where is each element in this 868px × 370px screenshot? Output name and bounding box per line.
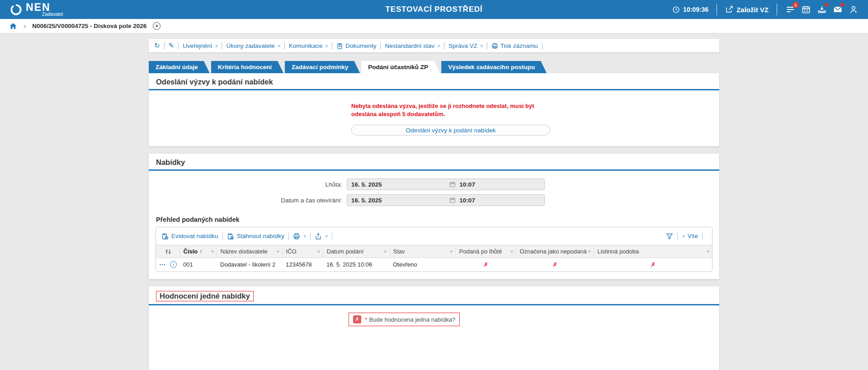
menu-uverejneni[interactable]: Uveřejnění ▿ — [183, 42, 217, 49]
edit-button[interactable]: ✎ — [169, 42, 175, 50]
button-label: Evidovat nabídku — [171, 233, 218, 239]
menu-tisk-zaznamu[interactable]: Tisk záznamu — [491, 42, 538, 49]
column-header-cislo[interactable]: Číslo ↑ ▿ — [179, 245, 217, 258]
lhuta-datetime-field[interactable]: 16. 5. 2025 10:07 — [347, 178, 545, 190]
table-row[interactable]: ••• i 001 Dodavatel - školení 2 12345678… — [156, 258, 712, 272]
funnel-icon — [666, 233, 673, 240]
main-menu-button[interactable]: 1 — [785, 5, 795, 14]
sliders-icon — [160, 248, 177, 255]
row-menu-button[interactable]: ••• — [160, 262, 166, 267]
column-label: Označena jako nepodaná — [520, 248, 587, 255]
tab-zakladni-udaje[interactable]: Základní údaje — [149, 61, 210, 73]
chevron-down-icon: ▿ — [304, 234, 306, 239]
print-grid-button[interactable]: ▿ — [293, 233, 306, 240]
column-header-ico[interactable]: IČO ▿ — [282, 245, 323, 258]
form-row-lhuta: Lhůta: 16. 5. 2025 10:07 — [149, 178, 719, 190]
chevron-down-icon: ▿ — [683, 234, 685, 239]
validation-error-box: ✗ * Bude hodnocena jedna nabídka? — [349, 313, 460, 326]
button-label: Stáhnout nabídky — [237, 233, 284, 239]
column-header-oznacena-jako-nepodana[interactable]: Označena jako nepodaná ▿ — [516, 245, 594, 258]
section-header: Odeslání výzvy k podání nabídek — [149, 73, 719, 90]
cell-listinna-podoba-no: ✗ — [594, 258, 712, 272]
messages-button[interactable] — [833, 5, 842, 14]
evidovat-nabidku-button[interactable]: Evidovat nabídku — [161, 233, 218, 240]
printer-icon — [491, 42, 498, 49]
form-row-oteviranie: Datum a čas otevírání: 16. 5. 2025 10:07 — [149, 194, 719, 206]
user-profile-button[interactable] — [849, 5, 858, 14]
menu-sprava-vz[interactable]: Správa VZ ▿ — [448, 42, 483, 49]
chevron-down-icon: ▿ — [326, 234, 328, 239]
close-icon: × — [156, 23, 158, 28]
calendar-button[interactable] — [801, 5, 811, 14]
time-value: 10:07 — [459, 181, 475, 188]
menu-komunikace[interactable]: Komunikace ▿ — [289, 42, 328, 49]
chevron-down-icon: ▿ — [277, 249, 279, 254]
chevron-down-icon: ▿ — [384, 249, 386, 254]
menu-label: Tisk záznamu — [500, 42, 538, 49]
chevron-right-icon: › — [24, 22, 26, 30]
column-label: Číslo — [184, 248, 198, 255]
home-icon — [9, 22, 17, 30]
inbox-button[interactable] — [817, 5, 826, 14]
section-odeslani-vyzvy: Odeslání výzvy k podání nabídek Nebyla o… — [149, 73, 719, 146]
menu-dokumenty[interactable]: Dokumenty — [336, 42, 376, 49]
time-value: 10:07 — [459, 197, 475, 204]
toolbar-divider — [222, 233, 223, 240]
toolbar-divider — [164, 42, 165, 49]
nen-logo-icon — [10, 4, 22, 16]
date-value: 16. 5. 2025 — [351, 197, 449, 204]
close-record-button[interactable]: × — [153, 22, 160, 30]
date-value: 16. 5. 2025 — [351, 181, 449, 188]
app-header: NEN Zadavatel TESTOVACÍ PROSTŘEDÍ 10:09:… — [0, 0, 868, 19]
inbox-badge — [825, 3, 829, 7]
column-header-podana-po-lhute[interactable]: Podaná po lhůtě ▿ — [455, 245, 516, 258]
home-button[interactable] — [9, 22, 17, 30]
column-header-stav[interactable]: Stav ▿ — [389, 245, 455, 258]
chevron-down-icon: ▿ — [450, 249, 452, 254]
command-toolbar: ↻ ✎ Uveřejnění ▿ Úkony zadavatele ▿ Komu… — [149, 39, 719, 52]
printer-icon — [293, 233, 300, 240]
toolbar-divider — [702, 233, 703, 240]
chevron-down-icon: ▿ — [326, 43, 328, 48]
column-header-datum-podani[interactable]: Datum podání ▿ — [323, 245, 389, 258]
row-actions-cell: ••• i — [156, 258, 179, 272]
toolbar-divider — [542, 42, 542, 49]
toolbar-divider — [310, 233, 311, 240]
column-header-listinna-podoba[interactable]: Listinná podoba ▿ — [594, 245, 712, 258]
filter-all-selector[interactable]: ▿ Vše — [682, 233, 698, 239]
tab-kriteria-hodnoceni[interactable]: Kritéria hodnocení — [211, 61, 283, 73]
chevron-down-icon: ▿ — [211, 249, 213, 254]
stahnout-nabidky-button[interactable]: Stáhnout nabídky — [227, 233, 284, 240]
error-cross-icon: ✗ — [353, 315, 361, 323]
calendar-icon — [449, 197, 456, 203]
share-export-icon — [315, 233, 322, 240]
column-settings-button[interactable] — [156, 245, 179, 258]
clipboard-icon — [336, 42, 343, 49]
tab-podani-ucastniku-zp[interactable]: Podání účastníků ZP — [361, 61, 440, 73]
menu-nestandardni-stav[interactable]: Nestandardní stav ▿ — [385, 42, 440, 49]
toolbar-divider — [332, 42, 332, 49]
logo-subtitle: Zadavatel — [42, 12, 63, 17]
tab-zadavaci-podminky[interactable]: Zadávací podmínky — [285, 61, 360, 73]
calendar-icon — [802, 5, 811, 14]
tab-vysledek-zadavaciho-postupu[interactable]: Výsledek zadávacího postupu — [441, 61, 547, 73]
filter-all-label: Vše — [688, 233, 698, 239]
create-vz-button[interactable]: Založit VZ — [725, 5, 769, 14]
filter-button[interactable] — [666, 233, 673, 240]
export-grid-button[interactable]: ▿ — [315, 233, 328, 240]
oteviranie-datetime-field[interactable]: 16. 5. 2025 10:07 — [347, 194, 545, 206]
menu-label: Dokumenty — [345, 42, 376, 49]
menu-label: Nestandardní stav — [385, 42, 434, 49]
record-tabs: Základní údaje Kritéria hodnocení Zadáva… — [149, 61, 719, 73]
cell-ico: 12345678 — [282, 258, 323, 272]
toolbar-divider — [178, 42, 179, 49]
toolbar-divider — [487, 42, 487, 49]
column-header-nazev-dodavatele[interactable]: Název dodavatele ▿ — [217, 245, 282, 258]
info-icon[interactable]: i — [170, 261, 177, 268]
refresh-button[interactable]: ↻ — [154, 42, 160, 50]
chevron-down-icon: ▿ — [510, 249, 513, 254]
send-invitation-button[interactable]: Odeslání výzvy k podání nabídek — [351, 125, 550, 136]
nen-logo[interactable]: NEN Zadavatel — [10, 2, 63, 17]
cell-stav: Otevřeno — [389, 258, 455, 272]
menu-ukony-zadavatele[interactable]: Úkony zadavatele ▿ — [226, 42, 280, 49]
